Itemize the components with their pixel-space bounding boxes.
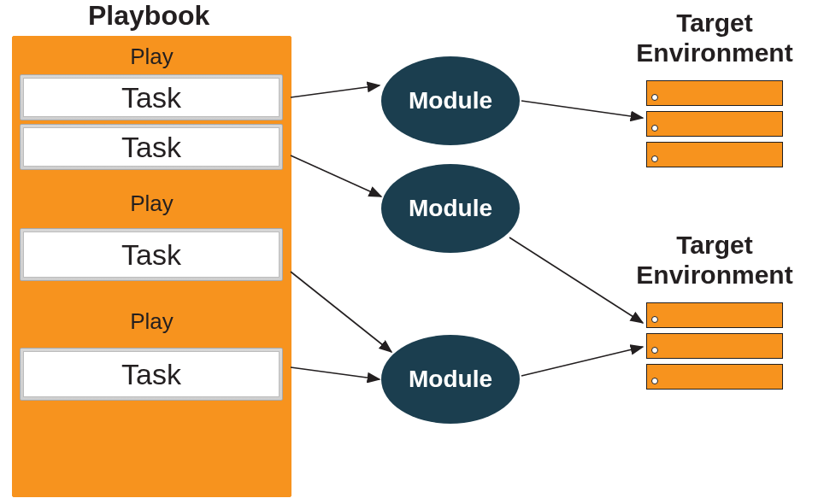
- target-2-title: Target Environment: [617, 231, 812, 290]
- playbook-title: Playbook: [88, 0, 209, 32]
- task-2-1: Task: [20, 228, 283, 281]
- arrow-task11-module1: [291, 85, 380, 97]
- module-1-label: Module: [409, 87, 492, 114]
- module-2-label: Module: [409, 195, 492, 222]
- server-indicator-icon: [651, 347, 658, 354]
- module-3: Module: [381, 335, 520, 424]
- server-indicator-icon: [651, 125, 658, 132]
- server-indicator-icon: [651, 316, 658, 323]
- target-1-title-line2: Environment: [636, 38, 792, 67]
- module-1: Module: [381, 56, 520, 145]
- target-1-server-3: [646, 142, 783, 167]
- target-2-server-1: [646, 302, 783, 328]
- play-label-2: Play: [13, 190, 291, 217]
- target-2-title-line2: Environment: [636, 261, 792, 289]
- task-1-1-label: Task: [23, 78, 280, 117]
- task-3-1-label: Task: [23, 351, 280, 397]
- module-3-label: Module: [409, 366, 492, 393]
- target-1-title-line1: Target: [676, 9, 752, 37]
- target-1-title: Target Environment: [617, 9, 812, 67]
- arrow-task21-module3: [291, 272, 391, 352]
- play-label-1: Play: [13, 44, 291, 70]
- task-1-2: Task: [20, 124, 283, 170]
- task-1-2-label: Task: [23, 127, 280, 167]
- target-1-server-2: [646, 111, 783, 137]
- arrow-task31-module3: [291, 367, 380, 379]
- target-2-title-line1: Target: [676, 231, 752, 259]
- arrow-module3-target2: [521, 347, 643, 376]
- server-indicator-icon: [651, 378, 658, 384]
- play-label-3: Play: [13, 308, 291, 335]
- playbook-container: Play Task Task Play Task Play Task: [12, 36, 291, 497]
- task-2-1-label: Task: [23, 231, 280, 278]
- target-2-server-3: [646, 364, 783, 390]
- arrow-task12-module2: [291, 155, 381, 196]
- target-2-server-2: [646, 333, 783, 359]
- task-1-1: Task: [20, 74, 283, 120]
- server-indicator-icon: [651, 94, 658, 101]
- arrow-module1-target1: [521, 101, 643, 118]
- target-1-server-1: [646, 80, 783, 106]
- server-indicator-icon: [651, 155, 658, 162]
- module-2: Module: [381, 164, 520, 253]
- task-3-1: Task: [20, 348, 283, 401]
